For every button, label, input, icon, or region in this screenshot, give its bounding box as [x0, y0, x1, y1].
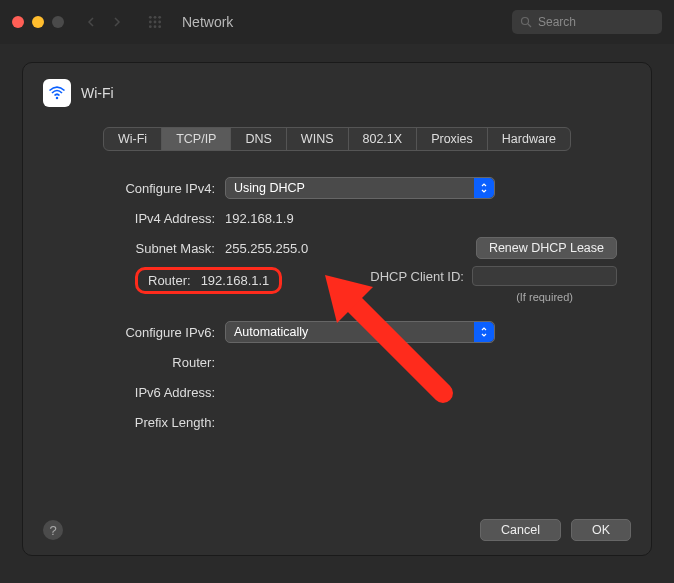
chevron-updown-icon	[474, 178, 494, 198]
tab-wins[interactable]: WINS	[287, 128, 349, 150]
ipv6-router-label: Router:	[43, 355, 225, 370]
configure-ipv6-select[interactable]: Automatically	[225, 321, 495, 343]
search-icon	[520, 16, 532, 28]
titlebar: Network Search	[0, 0, 674, 44]
router-value: 192.168.1.1	[201, 273, 270, 288]
search-placeholder: Search	[538, 15, 576, 29]
subnet-mask-label: Subnet Mask:	[43, 241, 225, 256]
svg-point-1	[154, 16, 157, 19]
forward-icon[interactable]	[112, 17, 122, 27]
svg-point-2	[158, 16, 161, 19]
help-button[interactable]: ?	[43, 520, 63, 540]
close-window[interactable]	[12, 16, 24, 28]
renew-dhcp-lease-button[interactable]: Renew DHCP Lease	[476, 237, 617, 259]
router-label: Router:	[148, 273, 191, 288]
configure-ipv4-select[interactable]: Using DHCP	[225, 177, 495, 199]
svg-point-5	[158, 21, 161, 24]
router-highlight: Router: 192.168.1.1	[135, 267, 282, 294]
panel-title: Wi-Fi	[81, 85, 114, 101]
ok-button[interactable]: OK	[571, 519, 631, 541]
svg-point-3	[149, 21, 152, 24]
svg-point-7	[154, 25, 157, 28]
tab-bar: Wi-FiTCP/IPDNSWINS802.1XProxiesHardware	[43, 127, 631, 151]
tab-tcp-ip[interactable]: TCP/IP	[162, 128, 231, 150]
svg-point-6	[149, 25, 152, 28]
subnet-mask-value: 255.255.255.0	[225, 241, 308, 256]
configure-ipv6-value: Automatically	[234, 325, 308, 339]
svg-point-4	[154, 21, 157, 24]
tab-hardware[interactable]: Hardware	[488, 128, 570, 150]
svg-point-11	[56, 97, 59, 100]
zoom-window[interactable]	[52, 16, 64, 28]
prefix-length-label: Prefix Length:	[43, 415, 225, 430]
dhcp-client-id-label: DHCP Client ID:	[370, 269, 464, 284]
svg-point-8	[158, 25, 161, 28]
cancel-button[interactable]: Cancel	[480, 519, 561, 541]
ipv4-address-label: IPv4 Address:	[43, 211, 225, 226]
svg-line-10	[528, 24, 531, 27]
dhcp-client-id-input[interactable]	[472, 266, 617, 286]
tab-proxies[interactable]: Proxies	[417, 128, 488, 150]
form: Configure IPv4: Using DHCP IPv4 Address:…	[43, 173, 631, 437]
wifi-icon	[43, 79, 71, 107]
configure-ipv4-value: Using DHCP	[234, 181, 305, 195]
window-controls	[12, 16, 64, 28]
configure-ipv6-label: Configure IPv6:	[43, 325, 225, 340]
svg-point-9	[522, 18, 529, 25]
tab-wi-fi[interactable]: Wi-Fi	[104, 128, 162, 150]
ipv4-address-value: 192.168.1.9	[225, 211, 294, 226]
settings-panel: Wi-Fi Wi-FiTCP/IPDNSWINS802.1XProxiesHar…	[22, 62, 652, 556]
tab-802-1x[interactable]: 802.1X	[349, 128, 418, 150]
minimize-window[interactable]	[32, 16, 44, 28]
configure-ipv4-label: Configure IPv4:	[43, 181, 225, 196]
show-all-icon[interactable]	[148, 15, 162, 29]
nav-arrows	[86, 17, 122, 27]
window-title: Network	[182, 14, 233, 30]
tab-dns[interactable]: DNS	[231, 128, 286, 150]
search-field[interactable]: Search	[512, 10, 662, 34]
ipv6-address-label: IPv6 Address:	[43, 385, 225, 400]
back-icon[interactable]	[86, 17, 96, 27]
dhcp-client-id-hint: (If required)	[516, 291, 573, 303]
chevron-updown-icon	[474, 322, 494, 342]
svg-point-0	[149, 16, 152, 19]
